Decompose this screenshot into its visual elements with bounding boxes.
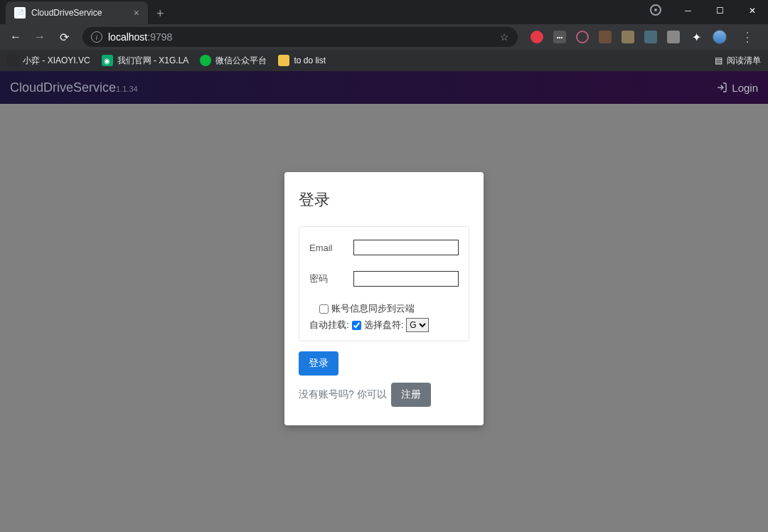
bookmark-item[interactable]: ◉ 我们官网 - X1G.LA	[102, 55, 189, 67]
address-bar[interactable]: i localhost:9798 ☆	[82, 27, 518, 47]
bookmark-favicon	[200, 55, 211, 66]
app-brand[interactable]: CloudDriveService1.1.34	[10, 80, 138, 95]
url-bar: ← → ⟳ i localhost:9798 ☆ ••• ✦ ⋮	[0, 24, 768, 50]
password-input[interactable]	[353, 271, 459, 287]
reading-list-icon: ▤	[715, 55, 722, 65]
password-row: 密码	[309, 271, 459, 287]
drive-select-label: 选择盘符:	[364, 319, 404, 331]
bookmark-item[interactable]: 小弈 - XIAOYI.VC	[7, 55, 90, 67]
window-controls: ─ ☐ ✕	[672, 0, 768, 21]
bookmark-item[interactable]: 微信公众平台	[200, 55, 267, 67]
browser-menu-icon[interactable]: ⋮	[737, 29, 758, 45]
automount-label: 自动挂载:	[309, 319, 349, 331]
close-window-button[interactable]: ✕	[736, 0, 768, 21]
folder-icon	[278, 55, 289, 66]
forward-button[interactable]: →	[30, 27, 50, 47]
reload-button[interactable]: ⟳	[54, 27, 74, 47]
extension-icon[interactable]	[576, 31, 589, 43]
browser-chrome: 📄 CloudDriveService × + ─ ☐ ✕ ← → ⟳ i lo…	[0, 0, 768, 71]
bookmark-label: to do list	[294, 55, 326, 65]
reading-list-label: 阅读清单	[727, 55, 761, 67]
extension-icon[interactable]	[622, 31, 634, 43]
maximize-button[interactable]: ☐	[704, 0, 736, 21]
bookmark-label: 小弈 - XIAOYI.VC	[23, 55, 90, 67]
drive-select[interactable]: G	[406, 318, 429, 332]
sync-label: 账号信息同步到云端	[331, 302, 415, 315]
extension-icons: ••• ✦ ⋮	[526, 29, 762, 45]
no-account-text: 没有账号吗? 你可以	[299, 388, 387, 401]
tab-bar: 📄 CloudDriveService × + ─ ☐ ✕	[0, 0, 768, 24]
content-area: 登录 Email 密码 账号信息同步到云端 自动挂载: 选择盘符:	[0, 104, 768, 425]
browser-tab[interactable]: 📄 CloudDriveService ×	[6, 1, 148, 24]
automount-option: 自动挂载: 选择盘符: G	[309, 318, 459, 332]
url-host: localhost	[108, 31, 147, 43]
login-card: 登录 Email 密码 账号信息同步到云端 自动挂载: 选择盘符:	[284, 172, 484, 425]
register-line: 没有账号吗? 你可以 注册	[299, 383, 469, 407]
nav-login-link[interactable]: Login	[716, 82, 758, 94]
page-viewport: CloudDriveService1.1.34 Login 登录 Email 密…	[0, 71, 768, 532]
sync-checkbox[interactable]	[319, 304, 329, 314]
new-tab-button[interactable]: +	[148, 4, 173, 24]
extension-icon[interactable]	[667, 31, 680, 43]
site-info-icon[interactable]: i	[91, 31, 102, 43]
bookmark-item[interactable]: to do list	[278, 55, 326, 66]
back-button[interactable]: ←	[6, 27, 26, 47]
media-indicator-icon[interactable]	[650, 4, 661, 16]
url-port: :9798	[147, 31, 172, 43]
extensions-puzzle-icon[interactable]: ✦	[690, 31, 703, 43]
bookmark-label: 微信公众平台	[215, 55, 267, 67]
bookmark-star-icon[interactable]: ☆	[500, 31, 509, 43]
profile-avatar[interactable]	[713, 30, 727, 44]
form-actions: 登录 没有账号吗? 你可以 注册	[299, 351, 469, 407]
tab-favicon: 📄	[14, 7, 26, 18]
brand-version: 1.1.34	[116, 85, 138, 93]
tab-title: CloudDriveService	[31, 8, 102, 18]
bookmark-favicon	[7, 55, 18, 66]
nav-login-label: Login	[732, 82, 758, 94]
extension-icon[interactable]: •••	[553, 31, 566, 43]
tab-close-icon[interactable]: ×	[134, 8, 139, 18]
bookmark-favicon: ◉	[102, 55, 113, 66]
email-row: Email	[309, 240, 459, 255]
extension-icon[interactable]	[599, 31, 612, 43]
extension-icon[interactable]	[530, 31, 543, 43]
email-input[interactable]	[353, 240, 459, 255]
minimize-button[interactable]: ─	[672, 0, 704, 21]
brand-name: CloudDriveService	[10, 80, 116, 95]
login-title: 登录	[299, 189, 469, 211]
automount-checkbox[interactable]	[352, 321, 361, 330]
bookmark-label: 我们官网 - X1G.LA	[117, 55, 189, 67]
password-label: 密码	[309, 272, 328, 285]
reading-list-button[interactable]: ▤ 阅读清单	[715, 55, 761, 67]
sync-option: 账号信息同步到云端	[319, 302, 459, 315]
email-label: Email	[309, 243, 333, 253]
bookmarks-bar: 小弈 - XIAOYI.VC ◉ 我们官网 - X1G.LA 微信公众平台 to…	[0, 50, 768, 71]
register-button[interactable]: 注册	[391, 383, 431, 407]
app-header: CloudDriveService1.1.34 Login	[0, 71, 768, 104]
login-form: Email 密码 账号信息同步到云端 自动挂载: 选择盘符: G	[299, 226, 469, 341]
extension-icon[interactable]	[644, 31, 657, 43]
login-icon	[716, 82, 727, 93]
submit-button[interactable]: 登录	[299, 351, 338, 376]
